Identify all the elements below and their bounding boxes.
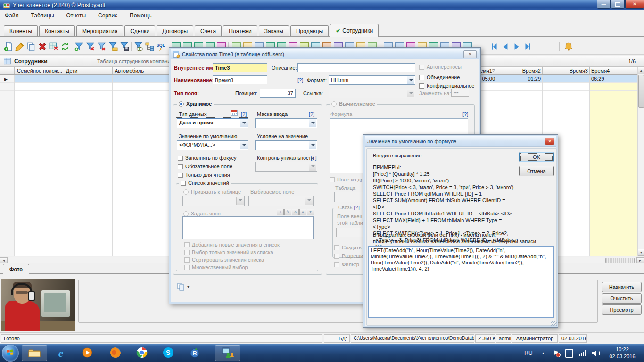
mask-combo[interactable] (255, 118, 317, 128)
clipboard-icon[interactable] (564, 344, 574, 362)
datatype-combo[interactable]: Дата и время (177, 118, 248, 128)
minimize-button[interactable]: — (597, 0, 611, 9)
link-combo[interactable] (329, 89, 415, 98)
format-combo[interactable]: HH:mm (329, 75, 415, 85)
copy-record-icon[interactable] (26, 42, 36, 51)
taskbar-firefox[interactable] (103, 345, 128, 361)
dialog-titlebar[interactable]: Свойства поля Time3 (в таблице qdfUsers) (171, 49, 479, 59)
resize-grip[interactable] (551, 321, 557, 326)
expression-input[interactable]: LEFT(DateAdd("h", Hour(TimeValue(Time2))… (368, 246, 554, 318)
merge-checkbox[interactable]: Объединение (419, 74, 460, 80)
bind-table-combo[interactable] (182, 196, 245, 206)
column-header-time3[interactable]: Время3 (560, 68, 588, 74)
tab-events[interactable]: Мероприятия (76, 25, 123, 37)
clock[interactable]: 10:22 02.03.2016 (603, 344, 641, 362)
menu-reports[interactable]: Отчеты (66, 12, 86, 19)
scroll-thumb[interactable] (638, 75, 644, 108)
format-help-link[interactable]: [?] (297, 77, 303, 83)
chevron-down-icon[interactable] (309, 141, 316, 149)
volume-icon[interactable] (589, 344, 602, 362)
default-value-combo[interactable]: <ФОРМУЛА...> (177, 140, 248, 150)
bind-to-table-radio[interactable]: Привязать к таблице (183, 189, 241, 195)
taskbar-r-app[interactable]: R (182, 345, 207, 361)
start-button[interactable] (2, 345, 19, 362)
refresh-icon[interactable] (60, 42, 70, 51)
list-delete-icon[interactable]: ✕ (292, 209, 299, 215)
chevron-down-icon[interactable] (240, 141, 248, 149)
filter-delete-icon[interactable] (86, 42, 95, 51)
filter-open-icon[interactable] (108, 42, 118, 51)
list-move-down-icon[interactable]: ▼ (307, 209, 314, 215)
allow-checkbox[interactable]: Разреши (334, 253, 363, 259)
explicit-list-box[interactable] (182, 216, 314, 239)
fill-on-focus-checkbox[interactable]: Заполнять по фокусу (178, 155, 236, 161)
caption-field[interactable]: Время3 (213, 75, 267, 84)
assign-photo-button[interactable]: Назначить (602, 282, 642, 292)
replace-field[interactable]: *** (451, 89, 469, 97)
cell-time4[interactable]: 06:29 (591, 75, 604, 82)
filter-checkbox[interactable]: Фильтр (334, 262, 359, 267)
tab-deals[interactable]: Сделки (124, 25, 155, 37)
filter-clear-icon[interactable] (97, 42, 107, 51)
filter-tree-icon[interactable] (145, 42, 155, 51)
taskbar-ie[interactable]: e (48, 345, 74, 361)
tab-payments[interactable]: Платежи (223, 25, 257, 37)
add-record-icon[interactable] (4, 42, 13, 51)
tab-invoices[interactable]: Счета (195, 25, 222, 37)
chevron-down-icon[interactable] (309, 119, 316, 127)
tab-contracts[interactable]: Договоры (157, 25, 193, 37)
column-header-time2[interactable]: Время2 (514, 68, 541, 74)
taskbar-media-player[interactable] (74, 345, 100, 361)
list-add-icon[interactable]: + (277, 209, 284, 215)
tab-sellers[interactable]: Продавцы (290, 25, 329, 37)
menu-file[interactable]: Файл (5, 12, 19, 19)
readonly-checkbox[interactable]: Только для чтения (178, 172, 230, 178)
edit-record-icon[interactable] (15, 42, 25, 51)
taskbar-explorer[interactable] (22, 345, 47, 361)
sort-list-checkbox[interactable]: Сортировать значения списка (184, 257, 264, 263)
nav-prev-icon[interactable] (501, 42, 510, 51)
scroll-down-icon[interactable]: ▼ (638, 249, 644, 256)
multi-select-checkbox[interactable]: Множественный выбор (184, 264, 248, 270)
condition-combo[interactable] (255, 140, 317, 150)
maximize-button[interactable] (611, 0, 625, 9)
computed-radio[interactable]: Вычисляемое (330, 101, 377, 107)
uniqueness-combo[interactable] (255, 162, 317, 172)
action-center-icon[interactable]: ⚑ (551, 344, 561, 362)
datatype-help-link[interactable]: [?] (241, 111, 247, 117)
vertical-scrollbar[interactable]: ▲ ▼ (637, 67, 644, 256)
add-new-values-checkbox[interactable]: Добавлять новые значения в список (184, 242, 280, 247)
nav-next-icon[interactable] (512, 42, 521, 51)
column-header[interactable]: Семейное полож... (17, 68, 62, 74)
value-list-checkbox[interactable]: Список значений (179, 180, 231, 186)
scroll-thumb[interactable] (605, 258, 635, 263)
create-checkbox[interactable]: Создать (334, 245, 362, 250)
mask-help-link[interactable]: [?] (309, 111, 314, 117)
ok-button[interactable]: OK (519, 152, 554, 162)
scroll-left-icon[interactable]: ◄ (0, 257, 8, 263)
chevron-down-icon[interactable] (240, 119, 248, 127)
chevron-down-icon[interactable] (407, 76, 414, 84)
tab-contacts[interactable]: Контакты (39, 25, 75, 37)
taskbar-chrome[interactable] (129, 345, 155, 361)
field-from-other-table-checkbox[interactable]: Поле из др (330, 177, 363, 182)
dialog-close-button[interactable]: ✕ (463, 50, 477, 58)
description-field[interactable] (297, 63, 415, 72)
tab-orders[interactable]: Заказы (259, 25, 289, 37)
language-indicator[interactable]: RU (521, 344, 536, 362)
scroll-right-icon[interactable]: ► (636, 257, 644, 263)
nav-last-icon[interactable] (523, 42, 533, 51)
list-edit-icon[interactable]: ✎ (284, 209, 291, 215)
column-header[interactable]: Автомобиль (115, 68, 144, 74)
menu-service[interactable]: Сервис (98, 12, 117, 19)
tray-expand-icon[interactable]: ▴ (538, 344, 548, 362)
cell-time3[interactable] (561, 75, 588, 82)
stored-radio[interactable]: Хранимое (177, 101, 214, 107)
view-photo-button[interactable]: Просмотр (602, 304, 642, 315)
internal-name-field[interactable]: Time3 (213, 63, 267, 72)
cell-time2[interactable]: 01:29 (512, 75, 541, 82)
formula-help-link[interactable]: [?] (462, 111, 468, 117)
dialog-close-button[interactable]: ✕ (545, 138, 554, 145)
taskbar-clients-app[interactable] (215, 345, 240, 361)
confidential-checkbox[interactable]: Конфиденциальное (419, 83, 474, 89)
